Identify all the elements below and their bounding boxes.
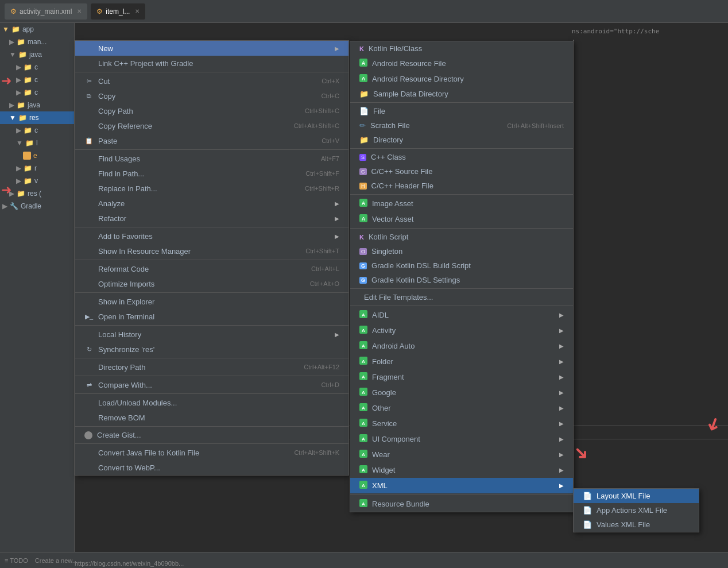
submenu-service[interactable]: A Service ▶ <box>350 416 573 431</box>
sidebar-item-r[interactable]: ▶ 📁 r <box>0 162 74 175</box>
svg-text:A: A <box>362 452 365 457</box>
submenu-android-resource-file[interactable]: A Android Resource File <box>350 56 573 71</box>
submenu-scratch-file[interactable]: ✏ Scratch File Ctrl+Alt+Shift+Insert <box>350 118 573 133</box>
sidebar-item-c4[interactable]: ▶ 📁 c <box>0 124 74 137</box>
menu-item-copy-path[interactable]: Copy Path Ctrl+Shift+C <box>75 103 348 118</box>
submenu-google[interactable]: A Google ▶ <box>350 385 573 400</box>
submenu-aidl[interactable]: A AIDL ▶ <box>350 307 573 323</box>
menu-item-resource-manager[interactable]: Show In Resource Manager Ctrl+Shift+T <box>75 244 348 258</box>
menu-item-show-explorer[interactable]: Show in Explorer <box>75 294 348 309</box>
sidebar-item-gradle[interactable]: ▶ 🔧 Gradle <box>0 200 74 212</box>
third-menu-values-xml[interactable]: 📄 Values XML File <box>574 517 699 532</box>
submenu-folder[interactable]: A Folder ▶ <box>350 354 573 369</box>
submenu-resource-bundle[interactable]: A Resource Bundle <box>350 496 573 512</box>
sub-sep-1 <box>350 102 573 103</box>
svg-text:A: A <box>362 483 365 488</box>
separator-4 <box>75 260 348 260</box>
separator-3 <box>75 227 348 227</box>
menu-item-copy[interactable]: ⧉ Copy Ctrl+C <box>75 88 348 103</box>
menu-item-compare[interactable]: ⇌ Compare With... Ctrl+D <box>75 377 348 392</box>
sidebar-item-c1[interactable]: ▶ 📁 c <box>0 61 74 74</box>
menu-item-cut[interactable]: ✂ Cut Ctrl+X <box>75 74 348 88</box>
todo-label[interactable]: ≡ TODO <box>5 557 28 564</box>
menu-item-optimize-imports[interactable]: Optimize Imports Ctrl+Alt+O <box>75 276 348 291</box>
menu-item-refactor[interactable]: Refactor ▶ <box>75 211 348 226</box>
menu-item-create-gist[interactable]: Create Gist... <box>75 428 348 442</box>
menu-item-load-modules[interactable]: Load/Unload Modules... <box>75 395 348 410</box>
menu-item-replace-path[interactable]: Replace in Path... Ctrl+Shift+R <box>75 181 348 196</box>
find-path-icon <box>84 169 94 178</box>
menu-item-local-history[interactable]: Local History ▶ <box>75 327 348 342</box>
menu-item-reformat[interactable]: Reformat Code Ctrl+Alt+L <box>75 261 348 276</box>
submenu-cpp-class[interactable]: S C++ Class <box>350 150 573 164</box>
sidebar-item-l[interactable]: ▼ 📁 l <box>0 137 74 149</box>
menu-item-dir-path[interactable]: Directory Path Ctrl+Alt+F12 <box>75 360 348 374</box>
menu-item-find-usages[interactable]: Find Usages Alt+F7 <box>75 151 348 166</box>
menu-item-convert-kotlin[interactable]: Convert Java File to Kotlin File Ctrl+Al… <box>75 445 348 460</box>
folder-sub-icon: A <box>359 357 367 366</box>
submenu-android-resource-dir[interactable]: A Android Resource Directory <box>350 71 573 87</box>
sidebar-item-res[interactable]: ▼ 📁 res <box>0 111 74 124</box>
submenu-file[interactable]: 📄 File <box>350 104 573 118</box>
submenu-vector-asset[interactable]: A Vector Asset <box>350 211 573 227</box>
refactor-arrow-icon: ▶ <box>335 215 339 222</box>
menu-item-sync[interactable]: ↻ Synchronize 'res' <box>75 342 348 357</box>
submenu-wear[interactable]: A Wear ▶ <box>350 447 573 462</box>
submenu-image-asset[interactable]: A Image Asset <box>350 196 573 211</box>
orange-file-icon <box>23 152 31 160</box>
submenu-ui-component[interactable]: A UI Component ▶ <box>350 431 573 447</box>
submenu-gradle-build[interactable]: G Gradle Kotlin DSL Build Script <box>350 258 573 273</box>
tab-activity-main[interactable]: ⚙ activity_main.xml ✕ <box>5 3 87 20</box>
submenu-singleton[interactable]: O Singleton <box>350 244 573 258</box>
submenu-xml[interactable]: A XML ▶ <box>350 478 573 493</box>
submenu-cpp-header[interactable]: H C/C++ Header File <box>350 179 573 193</box>
sidebar-item-java2[interactable]: ▶ 📁 java <box>0 99 74 111</box>
sub-sep-5 <box>350 288 573 289</box>
menu-item-link-cpp[interactable]: Link C++ Project with Gradle <box>75 56 348 71</box>
menu-item-remove-bom[interactable]: Remove BOM <box>75 410 348 425</box>
optimize-icon <box>84 279 94 288</box>
sidebar-item-c2[interactable]: ▶ 📁 c <box>0 74 74 86</box>
sidebar-item-orange-file[interactable]: e <box>0 149 74 162</box>
submenu-android-auto[interactable]: A Android Auto ▶ <box>350 338 573 354</box>
reformat-icon <box>84 264 94 273</box>
analyze-arrow-icon: ▶ <box>335 200 339 207</box>
sidebar-item-app[interactable]: ▼ 📁 app <box>0 23 74 36</box>
svg-text:A: A <box>362 501 365 507</box>
activity-arrow: ▶ <box>559 327 564 334</box>
submenu-gradle-settings[interactable]: G Gradle Kotlin DSL Settings <box>350 273 573 287</box>
menu-item-copy-ref[interactable]: Copy Reference Ctrl+Alt+Shift+C <box>75 118 348 133</box>
sidebar-item-java[interactable]: ▼ 📁 java <box>0 48 74 61</box>
menu-item-convert-webp[interactable]: Convert to WebP... <box>75 460 348 475</box>
new-submenu: K Kotlin File/Class A Android Resource F… <box>350 41 574 512</box>
menu-item-new[interactable]: New ▶ <box>75 41 348 56</box>
submenu-other[interactable]: A Other ▶ <box>350 400 573 416</box>
submenu-cpp-source[interactable]: C C/C++ Source File <box>350 164 573 179</box>
tab-item[interactable]: ⚙ item_l... ✕ <box>91 3 145 20</box>
ui-component-icon: A <box>359 434 367 444</box>
menu-item-analyze[interactable]: Analyze ▶ <box>75 196 348 211</box>
menu-item-open-terminal[interactable]: ▶_ Open in Terminal <box>75 309 348 324</box>
menu-item-favorites[interactable]: Add to Favorites ▶ <box>75 229 348 244</box>
submenu-kotlin-file[interactable]: K Kotlin File/Class <box>350 41 573 56</box>
sidebar-item-res2[interactable]: ▶ 📁 res ( <box>0 187 74 200</box>
menu-item-find-path[interactable]: Find in Path... Ctrl+Shift+F <box>75 166 348 181</box>
menu-item-paste[interactable]: 📋 Paste Ctrl+V <box>75 133 348 148</box>
submenu-widget[interactable]: A Widget ▶ <box>350 462 573 478</box>
third-menu-app-actions[interactable]: 📄 App Actions XML File <box>574 503 699 517</box>
close-tab2-icon[interactable]: ✕ <box>135 8 140 14</box>
separator-5 <box>75 292 348 293</box>
submenu-activity[interactable]: A Activity ▶ <box>350 323 573 338</box>
submenu-sample-data[interactable]: 📁 Sample Data Directory <box>350 87 573 101</box>
cpp-header-icon: H <box>359 183 367 190</box>
compare-icon: ⇌ <box>84 380 94 389</box>
submenu-fragment[interactable]: A Fragment ▶ <box>350 369 573 385</box>
submenu-edit-templates[interactable]: Edit File Templates... <box>350 290 573 304</box>
submenu-directory[interactable]: 📁 Directory <box>350 133 573 147</box>
sidebar-item-v[interactable]: ▶ 📁 v <box>0 175 74 187</box>
sidebar-item-c3[interactable]: ▶ 📁 c <box>0 86 74 99</box>
close-tab-icon[interactable]: ✕ <box>77 8 82 14</box>
submenu-kotlin-script[interactable]: K Kotlin Script <box>350 230 573 244</box>
third-menu-layout-xml[interactable]: 📄 Layout XML File <box>574 489 699 503</box>
sidebar-item-man[interactable]: ▶ 📁 man... <box>0 36 74 48</box>
